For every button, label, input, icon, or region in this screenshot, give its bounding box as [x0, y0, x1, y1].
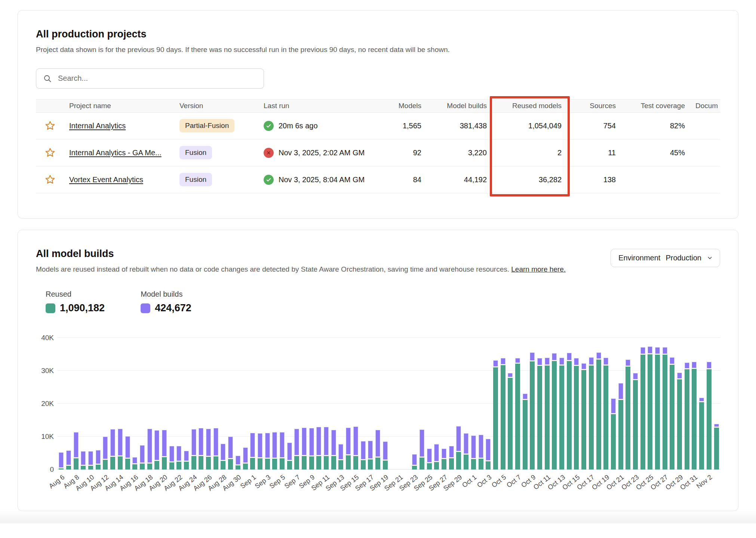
- version-badge: Fusion: [179, 146, 212, 159]
- chart-bar: [573, 338, 580, 470]
- chart-bar: [676, 338, 683, 470]
- environment-select[interactable]: Environment Production: [611, 249, 720, 267]
- chart-bar: [286, 338, 293, 470]
- projects-title: All production projects: [36, 28, 720, 40]
- chart-bar: [256, 338, 264, 470]
- last-run-text: 20m 6s ago: [279, 122, 318, 130]
- legend-item-reused: Reused 1,090,182: [46, 290, 105, 314]
- chart-bar: [124, 338, 131, 470]
- y-axis-label: 40K: [41, 334, 54, 342]
- chart-bar: [308, 338, 315, 470]
- header-models: Models: [374, 102, 427, 110]
- chart-bar: [65, 338, 73, 470]
- chart-bar: [72, 338, 80, 470]
- chart-bar: [367, 338, 374, 470]
- chart-bar: [168, 338, 175, 470]
- legend-builds-label: Model builds: [141, 290, 191, 299]
- chart-bar: [706, 338, 713, 470]
- chart-bar: [565, 338, 573, 470]
- sources-value: 754: [567, 122, 621, 130]
- header-test-coverage: Test coverage: [621, 102, 690, 110]
- run-error-icon: [264, 148, 274, 158]
- builds-subtitle: Models are reused instead of rebuilt whe…: [36, 264, 566, 275]
- chart-bar: [219, 338, 227, 470]
- reused-models-value: 2: [492, 149, 567, 157]
- chart-bar: [588, 338, 595, 470]
- search-icon: [43, 74, 52, 83]
- header-sources: Sources: [567, 102, 621, 110]
- chart-bar: [485, 338, 492, 470]
- x-axis: Aug 6Aug 8Aug 10Aug 12Aug 14Aug 16Aug 18…: [58, 470, 720, 501]
- legend-builds-total: 424,672: [155, 302, 191, 314]
- chart-bar: [197, 338, 205, 470]
- models-value: 1,565: [374, 122, 427, 130]
- chart-bar: [514, 338, 522, 470]
- chart-bar: [610, 338, 617, 470]
- test-coverage-value: 45%: [621, 149, 690, 157]
- chart-bar: [521, 338, 529, 470]
- x-axis-label: Oct 5: [490, 473, 508, 489]
- chart-bar: [146, 338, 153, 470]
- chart-bar: [558, 338, 566, 470]
- sources-value: 11: [567, 149, 621, 157]
- project-link[interactable]: Vortex Event Analytics: [69, 175, 143, 184]
- favorite-star-icon[interactable]: [44, 147, 56, 158]
- model-builds-swatch-icon: [141, 303, 150, 313]
- project-search[interactable]: [36, 68, 264, 89]
- models-value: 84: [374, 175, 427, 184]
- chart-bar: [639, 338, 646, 470]
- chart-bar: [661, 338, 669, 470]
- chart-bar: [632, 338, 639, 470]
- chart-bar: [477, 338, 485, 470]
- chart-bar: [543, 338, 551, 470]
- chart-bar: [403, 338, 411, 470]
- chart-bar: [507, 338, 514, 470]
- legend-reused-total: 1,090,182: [60, 302, 105, 314]
- y-axis-label: 10K: [41, 432, 54, 441]
- chart-bar: [330, 338, 337, 470]
- reused-swatch-icon: [46, 303, 55, 313]
- chart-bar: [713, 338, 720, 470]
- x-axis-label: Sep 5: [268, 473, 287, 490]
- learn-more-link[interactable]: Learn more here.: [511, 265, 566, 273]
- chart-bar: [499, 338, 507, 470]
- builds-title: All model builds: [36, 248, 566, 260]
- chart-bar: [315, 338, 323, 470]
- chart-bar: [242, 338, 249, 470]
- chart-bar: [80, 338, 87, 470]
- chart-bar: [161, 338, 168, 470]
- x-axis-label: Nov 2: [695, 473, 714, 490]
- chart-bar: [698, 338, 706, 470]
- chart-bar: [279, 338, 286, 470]
- project-link[interactable]: Internal Analytics - GA Me...: [69, 149, 162, 157]
- chart-bar: [536, 338, 544, 470]
- chart-bar: [691, 338, 698, 470]
- chart-bar: [131, 338, 139, 470]
- table-row: Internal Analytics - GA Me... Fusion Nov…: [36, 140, 720, 166]
- y-axis-label: 0: [50, 465, 54, 474]
- x-axis-label: Sep 3: [253, 473, 272, 490]
- chart-bar: [580, 338, 588, 470]
- chart-bar: [529, 338, 536, 470]
- chart-bar: [293, 338, 301, 470]
- chart-bar: [323, 338, 330, 470]
- chart-bar: [654, 338, 661, 470]
- chart-bar: [374, 338, 382, 470]
- chart-bar: [617, 338, 624, 470]
- builds-subtitle-text: Models are reused instead of rebuilt whe…: [36, 265, 509, 273]
- y-axis: 010K20K30K40K: [36, 338, 58, 470]
- chart-bar: [212, 338, 219, 470]
- search-input[interactable]: [57, 74, 257, 83]
- environment-label: Environment: [618, 254, 660, 262]
- project-link[interactable]: Internal Analytics: [69, 122, 126, 130]
- favorite-star-icon[interactable]: [44, 174, 56, 185]
- projects-table-header: Project name Version Last run Models Mod…: [36, 99, 720, 113]
- y-axis-label: 30K: [41, 367, 54, 375]
- chart-bar: [669, 338, 676, 470]
- header-version: Version: [174, 102, 258, 110]
- favorite-star-icon[interactable]: [44, 120, 56, 131]
- chart-bar: [595, 338, 602, 470]
- test-coverage-value: 82%: [621, 122, 690, 130]
- model-builds-card: All model builds Models are reused inste…: [18, 230, 738, 511]
- x-axis-label: Oct 7: [505, 473, 523, 489]
